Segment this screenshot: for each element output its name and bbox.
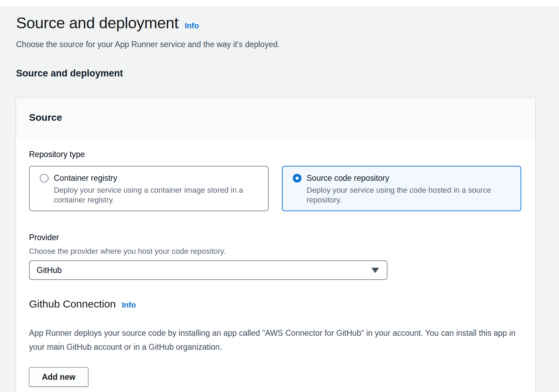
provider-label: Provider [29,233,521,242]
github-connection-heading: Github Connection [29,297,116,311]
radio-source-code-repository[interactable] [293,174,302,183]
provider-select[interactable]: GitHub [29,260,387,280]
page-title-info-link[interactable]: Info [185,21,199,30]
content-area: Source and deployment Info Choose the so… [0,6,559,392]
source-panel-title: Source [29,112,62,123]
tile-description: Deploy your service using a container im… [54,185,260,205]
section-heading: Source and deployment [16,68,536,79]
page-header: Source and deployment Info Choose the so… [16,6,536,50]
tile-title: Container registry [54,173,260,183]
provider-description: Choose the provider where you host your … [29,247,521,256]
tile-title: Source code repository [307,173,513,183]
source-panel-body: Repository type Container registry Deplo… [16,150,535,392]
github-connection-description: App Runner deploys your source code by i… [29,326,518,354]
radio-container-registry[interactable] [40,174,49,183]
top-strip [0,0,559,6]
repository-type-tiles: Container registry Deploy your service u… [29,166,521,211]
repository-type-label: Repository type [29,150,521,159]
provider-selected-value: GitHub [37,266,62,275]
github-connection-info-link[interactable]: Info [122,301,136,310]
source-panel-header: Source [16,98,535,138]
tile-description: Deploy your service using the code hoste… [307,185,513,205]
caret-down-icon [371,268,379,273]
page-title: Source and deployment [16,14,179,32]
source-panel: Source Repository type Container registr… [16,98,536,392]
tile-source-code-repository[interactable]: Source code repository Deploy your servi… [282,166,522,211]
tile-container-registry[interactable]: Container registry Deploy your service u… [29,166,269,211]
add-new-button[interactable]: Add new [29,367,88,387]
page-subtitle: Choose the source for your App Runner se… [16,39,536,50]
